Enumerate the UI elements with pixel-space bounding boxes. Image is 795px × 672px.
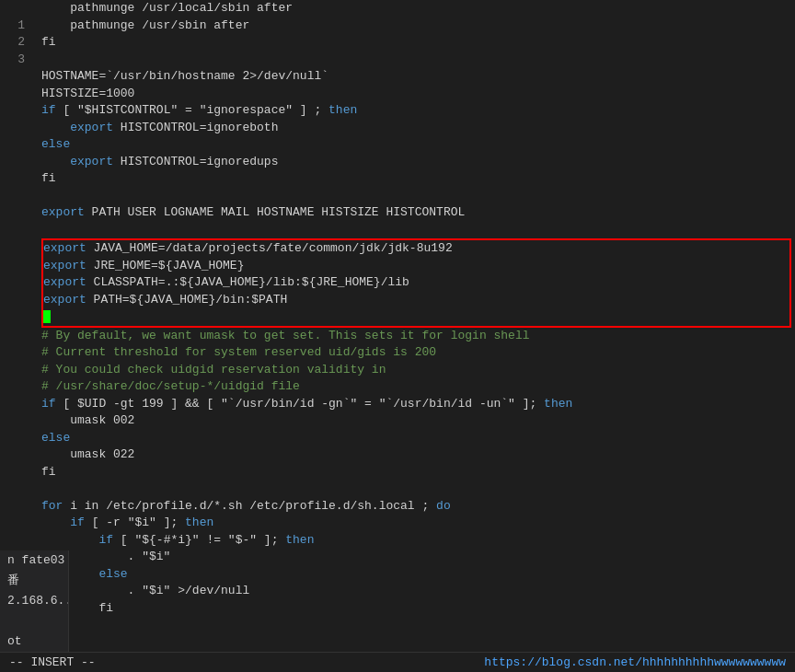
line-num-22 — [0, 358, 25, 376]
line-num-12 — [0, 188, 25, 205]
line-num-32 — [0, 528, 25, 546]
code-line-27: umask 022 — [41, 446, 795, 464]
code-line-5: HOSTNAME=`/usr/bin/hostname 2>/dev/null` — [41, 68, 795, 86]
text-cursor — [43, 310, 51, 323]
line-num-14 — [0, 222, 25, 239]
line-num-23 — [0, 375, 25, 392]
code-line-13: export PATH USER LOGNAME MAIL HOSTNAME H… — [41, 204, 795, 222]
code-line-7: if [ "$HISTCONTROL" = "ignorespace" ] ; … — [41, 102, 795, 120]
sidebar-item-ot[interactable]: ot — [0, 631, 68, 652]
sidebar-item-icon[interactable]: 番 — [0, 571, 68, 591]
line-num-17 — [0, 272, 25, 290]
line-num-3: 2 — [0, 34, 25, 52]
code-line-25: umask 002 — [41, 412, 795, 430]
line-num-11 — [0, 170, 25, 188]
line-num-27 — [0, 443, 25, 460]
line-num-7 — [0, 102, 25, 120]
insert-mode-label: -- INSERT -- — [9, 655, 96, 669]
line-num-20 — [0, 324, 25, 342]
sidebar-item-ip[interactable]: 2.168.6... — [0, 591, 68, 611]
code-area[interactable]: pathmunge /usr/local/sbin after pathmung… — [32, 0, 795, 672]
line-num-2: 1 — [0, 17, 25, 35]
code-line-22: # You could check uidgid reservation val… — [41, 362, 795, 379]
code-line-32: if [ "${-#*i}" != "$-" ]; then — [41, 532, 795, 550]
code-line-28: fi — [41, 464, 795, 481]
code-line-36: fi — [41, 600, 795, 618]
line-num-28 — [0, 460, 25, 478]
code-line-24: if [ $UID -gt 199 ] && [ "`/usr/bin/id -… — [41, 396, 795, 413]
line-num-4: 3 — [0, 52, 25, 69]
code-line-10: export HISTCONTROL=ignoredups — [41, 154, 795, 171]
line-num-15 — [0, 238, 25, 256]
code-line-2: pathmunge /usr/sbin after — [41, 17, 795, 35]
code-line-6: HISTSIZE=1000 — [41, 86, 795, 103]
code-line-11: fi — [41, 170, 795, 188]
code-line-29 — [41, 481, 795, 498]
line-num-29 — [0, 477, 25, 494]
code-line-9: else — [41, 136, 795, 154]
line-num-24 — [0, 392, 25, 410]
sidebar-item-blank — [0, 611, 68, 631]
sidebar-item-fate03[interactable]: n fate03 — [0, 550, 68, 571]
editor-container: 1 2 3 — [0, 0, 795, 672]
code-line-cursor — [43, 308, 789, 326]
code-line-14 — [41, 222, 795, 239]
code-line-3: fi — [41, 34, 795, 52]
code-line-8: export HISTCONTROL=ignoreboth — [41, 120, 795, 137]
line-num-21 — [0, 341, 25, 358]
code-line-33: . "$i" — [41, 549, 795, 566]
line-num-30 — [0, 494, 25, 512]
code-line-4 — [41, 52, 795, 69]
code-line-18: export PATH=${JAVA_HOME}/bin:$PATH — [43, 292, 789, 309]
code-line-35: . "$i" >/dev/null — [41, 583, 795, 600]
highlighted-block: export JAVA_HOME=/data/projects/fate/com… — [41, 238, 791, 328]
line-num-9 — [0, 136, 25, 154]
code-line-15: export JAVA_HOME=/data/projects/fate/com… — [43, 240, 789, 258]
code-line-34: else — [41, 566, 795, 584]
code-line-23: # /usr/share/doc/setup-*/uidgid file — [41, 378, 795, 396]
code-line-12 — [41, 188, 795, 205]
code-line-21: # Current threshold for system reserved … — [41, 344, 795, 362]
line-num-16 — [0, 256, 25, 273]
code-line-31: if [ -r "$i" ]; then — [41, 515, 795, 532]
line-num-31 — [0, 511, 25, 528]
line-num-13 — [0, 204, 25, 222]
line-num-5 — [0, 68, 25, 86]
status-url[interactable]: https://blog.csdn.net/hhhhhhhhhhwwwwwwww… — [484, 655, 786, 669]
line-num-18 — [0, 290, 25, 307]
line-num-6 — [0, 86, 25, 103]
code-line-30: for i in /etc/profile.d/*.sh /etc/profil… — [41, 498, 795, 516]
line-num-19 — [0, 307, 25, 324]
line-num-8 — [0, 120, 25, 137]
code-line-17: export CLASSPATH=.:${JAVA_HOME}/lib:${JR… — [43, 274, 789, 292]
line-num-25 — [0, 409, 25, 426]
code-line-20: # By default, we want umask to get set. … — [41, 328, 795, 345]
line-num-10 — [0, 154, 25, 171]
code-line-1: pathmunge /usr/local/sbin after — [41, 0, 795, 17]
code-line-16: export JRE_HOME=${JAVA_HOME} — [43, 258, 789, 275]
code-line-26: else — [41, 430, 795, 447]
status-bar: -- INSERT -- https://blog.csdn.net/hhhhh… — [0, 652, 795, 672]
line-num-1 — [0, 0, 25, 17]
line-num-26 — [0, 426, 25, 444]
sidebar-panel: n fate03 番 2.168.6... ot — [0, 550, 69, 652]
